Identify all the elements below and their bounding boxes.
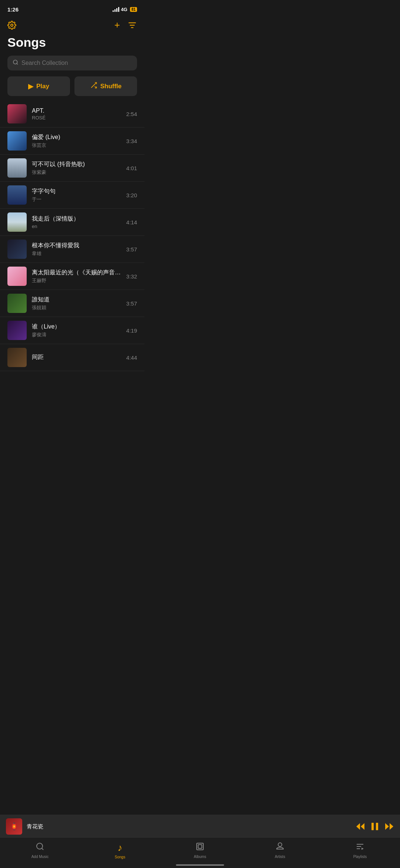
signal-strength-icon xyxy=(113,7,119,12)
song-duration: 4:01 xyxy=(126,165,137,171)
header: + xyxy=(0,16,144,32)
song-item[interactable]: 根本你不懂得愛我 韋雄 3:57 xyxy=(0,236,144,263)
song-artist: 于一 xyxy=(32,196,121,203)
song-art xyxy=(7,158,27,178)
song-duration: 3:32 xyxy=(126,273,137,280)
song-info: 字字句句 于一 xyxy=(32,188,121,203)
song-duration: 3:34 xyxy=(126,138,137,144)
svg-line-5 xyxy=(17,63,18,65)
song-art xyxy=(7,348,27,367)
song-info: 誰知道 張靚穎 xyxy=(32,296,121,311)
song-title: APT. xyxy=(32,108,121,114)
song-artist: en xyxy=(32,224,121,229)
svg-point-4 xyxy=(13,60,17,64)
song-item[interactable]: APT. ROSÉ 2:54 xyxy=(0,100,144,128)
shuffle-icon xyxy=(90,82,97,91)
song-info: 我走后（深情版） en xyxy=(32,215,121,229)
status-time: 1:26 xyxy=(7,6,19,13)
song-duration: 4:19 xyxy=(126,327,137,334)
song-item[interactable]: 字字句句 于一 3:20 xyxy=(0,182,144,209)
filter-icon xyxy=(127,20,137,30)
song-art xyxy=(7,267,27,286)
song-artist: 王赫野 xyxy=(32,277,121,284)
shuffle-label: Shuffle xyxy=(100,83,122,90)
song-item[interactable]: 可不可以 (抖音热歌) 张紫豪 4:01 xyxy=(0,155,144,182)
status-bar: 1:26 4G 81 xyxy=(0,0,144,16)
song-duration: 4:14 xyxy=(126,219,137,225)
song-item[interactable]: 誰知道 張靚穎 3:57 xyxy=(0,290,144,317)
song-item[interactable]: 我走后（深情版） en 4:14 xyxy=(0,209,144,236)
main-content: Songs ▶ Play xyxy=(0,32,144,430)
song-info: 离太阳最近的光（《天赐的声音第五季》… 王赫野 xyxy=(32,269,121,284)
song-title: 字字句句 xyxy=(32,188,121,195)
search-container xyxy=(0,56,144,76)
search-icon xyxy=(13,59,19,67)
song-duration: 4:44 xyxy=(126,354,137,361)
song-title: 誰知道 xyxy=(32,296,121,304)
song-info: 可不可以 (抖音热歌) 张紫豪 xyxy=(32,161,121,176)
song-title: 我走后（深情版） xyxy=(32,215,121,223)
song-duration: 2:54 xyxy=(126,111,137,117)
song-art xyxy=(7,212,27,232)
song-artist: 廖俊濤 xyxy=(32,331,121,338)
song-duration: 3:20 xyxy=(126,192,137,198)
song-artist: ROSÉ xyxy=(32,115,121,121)
header-right-icons: + xyxy=(114,19,137,31)
play-icon: ▶ xyxy=(28,82,33,90)
song-title: 可不可以 (抖音热歌) xyxy=(32,161,121,168)
status-icons: 4G 81 xyxy=(113,7,137,12)
song-info: 偏爱 (Live) 张芸京 xyxy=(32,133,121,149)
song-item[interactable]: 间距 4:44 xyxy=(0,344,144,371)
song-art xyxy=(7,240,27,259)
song-art xyxy=(7,294,27,313)
battery-level: 81 xyxy=(130,7,137,12)
search-input[interactable] xyxy=(21,60,132,66)
song-duration: 3:57 xyxy=(126,246,137,253)
song-title: 偏爱 (Live) xyxy=(32,133,121,141)
play-label: Play xyxy=(36,83,49,90)
search-bar[interactable] xyxy=(7,56,137,70)
song-title: 间距 xyxy=(32,353,121,361)
gear-icon xyxy=(7,21,16,30)
shuffle-button[interactable]: Shuffle xyxy=(74,76,137,96)
song-artist: 张紫豪 xyxy=(32,169,121,176)
song-artist: 韋雄 xyxy=(32,250,121,257)
song-info: 根本你不懂得愛我 韋雄 xyxy=(32,242,121,257)
song-artist: 張靚穎 xyxy=(32,304,121,311)
song-art xyxy=(7,131,27,151)
song-title: 根本你不懂得愛我 xyxy=(32,242,121,250)
settings-button[interactable] xyxy=(7,21,16,30)
song-item[interactable]: 离太阳最近的光（《天赐的声音第五季》… 王赫野 3:32 xyxy=(0,263,144,290)
song-title: 谁（Live） xyxy=(32,323,121,331)
song-title: 离太阳最近的光（《天赐的声音第五季》… xyxy=(32,269,121,277)
song-list: APT. ROSÉ 2:54 偏爱 (Live) 张芸京 3:34 可不可以 (… xyxy=(0,100,144,371)
network-type: 4G xyxy=(121,7,127,12)
song-info: 间距 xyxy=(32,353,121,362)
song-artist: 张芸京 xyxy=(32,142,121,149)
song-art xyxy=(7,185,27,205)
song-duration: 3:57 xyxy=(126,300,137,307)
play-button[interactable]: ▶ Play xyxy=(7,76,70,96)
add-button[interactable]: + xyxy=(114,19,120,31)
song-art xyxy=(7,321,27,340)
song-info: 谁（Live） 廖俊濤 xyxy=(32,323,121,338)
song-info: APT. ROSÉ xyxy=(32,108,121,121)
song-art xyxy=(7,104,27,123)
page-title: Songs xyxy=(0,32,144,56)
filter-button[interactable] xyxy=(127,20,137,30)
song-item[interactable]: 偏爱 (Live) 张芸京 3:34 xyxy=(0,128,144,155)
action-buttons: ▶ Play Shuffle xyxy=(0,76,144,100)
svg-point-0 xyxy=(11,24,13,26)
song-item[interactable]: 谁（Live） 廖俊濤 4:19 xyxy=(0,317,144,344)
